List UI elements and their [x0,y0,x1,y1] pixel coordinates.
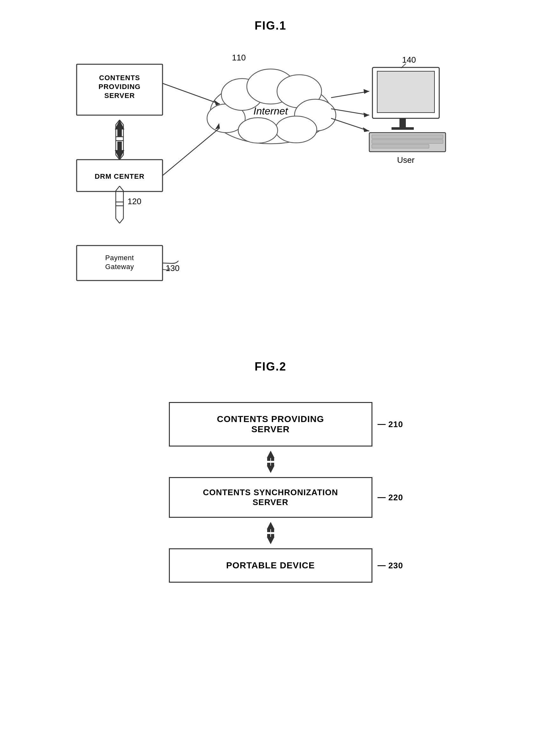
svg-line-48 [331,109,369,115]
fig2-box2-wrapper: CONTENTS SYNCHRONIZATIONSERVER ⸻ 220 [169,477,372,518]
page: FIG.1 CONTENTS PROVIDING SERVER 110 DRM … [0,0,541,756]
svg-marker-47 [363,89,369,94]
svg-line-42 [163,83,220,104]
fig2-box3: PORTABLE DEVICE ⸻ 230 [169,548,372,583]
svg-text:SERVER: SERVER [104,92,135,100]
svg-text:140: 140 [402,55,416,65]
svg-text:Internet: Internet [253,105,288,117]
svg-rect-53 [377,71,434,113]
svg-text:DRM CENTER: DRM CENTER [95,173,144,180]
fig2-arrow1 [258,449,283,475]
fig2-flow: CONTENTS PROVIDINGSERVER ⸻ 210 [25,402,516,583]
fig2-ref-220: ⸻ 220 [377,493,403,503]
svg-rect-57 [372,135,443,139]
fig2-box2-label: CONTENTS SYNCHRONIZATIONSERVER [203,488,338,507]
fig2-title: FIG.2 [255,360,286,373]
svg-text:110: 110 [232,53,246,62]
fig2-box1-label: CONTENTS PROVIDINGSERVER [217,414,324,435]
fig2-arrow2 [258,520,283,546]
svg-line-46 [331,91,369,98]
svg-marker-49 [363,113,369,117]
svg-text:CONTENTS: CONTENTS [99,74,140,82]
svg-marker-68 [267,522,274,529]
svg-text:Payment: Payment [105,254,134,262]
svg-rect-67 [267,461,275,463]
svg-marker-51 [363,127,369,132]
svg-line-29 [116,218,120,223]
fig2-box3-wrapper: PORTABLE DEVICE ⸻ 230 [169,548,372,583]
fig2-ref-230: ⸻ 230 [377,561,403,570]
fig2-box2: CONTENTS SYNCHRONIZATIONSERVER ⸻ 220 [169,477,372,518]
fig1-svg: CONTENTS PROVIDING SERVER 110 DRM CENTER… [64,42,477,328]
fig1-container: CONTENTS PROVIDING SERVER 110 DRM CENTER… [64,42,477,328]
fig1-title: FIG.1 [255,19,286,32]
svg-text:PROVIDING: PROVIDING [98,83,140,91]
fig2-box1-wrapper: CONTENTS PROVIDINGSERVER ⸻ 210 [169,402,372,447]
svg-marker-69 [267,537,274,544]
svg-rect-55 [391,127,414,130]
svg-rect-58 [372,140,443,144]
svg-line-30 [120,218,123,223]
svg-rect-72 [267,532,275,534]
svg-marker-63 [267,451,274,458]
svg-point-39 [275,116,317,143]
fig2-ref-210: ⸻ 210 [377,420,403,429]
fig2-box3-label: PORTABLE DEVICE [226,561,315,570]
svg-text:130: 130 [166,263,179,273]
svg-marker-64 [267,466,274,473]
svg-line-44 [163,128,220,176]
fig2-box1: CONTENTS PROVIDINGSERVER ⸻ 210 [169,402,372,447]
svg-rect-59 [372,145,429,148]
svg-text:120: 120 [128,196,141,206]
svg-point-40 [238,118,277,143]
svg-text:Gateway: Gateway [105,263,134,271]
svg-rect-15 [117,141,122,150]
svg-text:User: User [397,155,414,165]
svg-rect-54 [399,118,406,128]
